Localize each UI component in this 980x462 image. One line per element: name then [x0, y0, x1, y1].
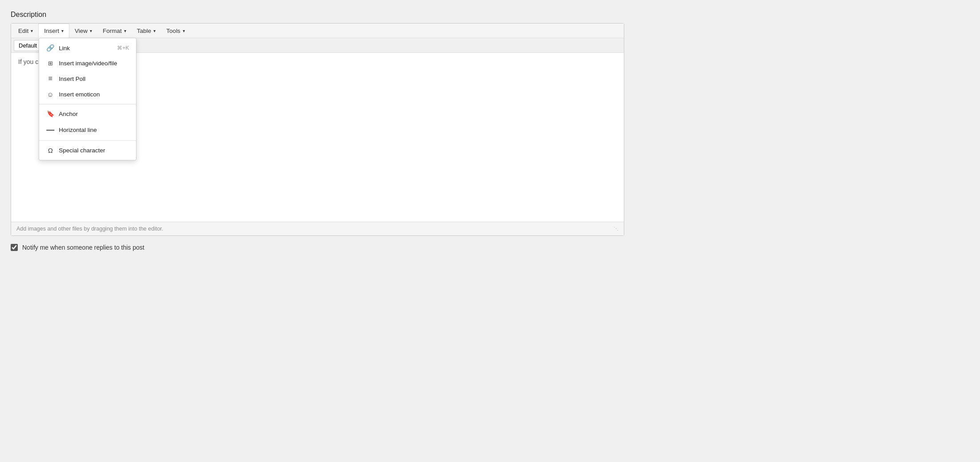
menu-edit[interactable]: Edit ▾ — [13, 24, 38, 38]
menu-anchor-label: Anchor — [59, 111, 78, 117]
menu-link-label: Link — [59, 45, 70, 52]
poll-icon: ≡ — [46, 75, 54, 83]
menu-format-label: Format — [103, 28, 122, 34]
insert-dropdown: 🔗 Link ⌘+K ⊞ Insert image/video/file ≡ I… — [39, 38, 137, 160]
menu-insert-emoticon[interactable]: ☺ Insert emoticon — [39, 87, 136, 102]
menu-table-label: Table — [137, 28, 151, 34]
menu-tools-label: Tools — [166, 28, 181, 34]
menu-insert-chevron: ▾ — [61, 28, 64, 33]
menu-insert[interactable]: Insert ▾ 🔗 Link ⌘+K ⊞ Insert image/video… — [38, 24, 69, 38]
menu-insert-poll[interactable]: ≡ Insert Poll — [39, 71, 136, 87]
menu-table-chevron: ▾ — [153, 28, 156, 33]
image-icon: ⊞ — [46, 60, 54, 67]
menu-tools[interactable]: Tools ▾ — [161, 24, 190, 38]
menu-insert-emoticon-label: Insert emoticon — [59, 91, 100, 98]
editor-footer-hint: Add images and other files by dragging t… — [16, 226, 163, 232]
menu-insert-image-label: Insert image/video/file — [59, 60, 117, 67]
menu-edit-label: Edit — [18, 28, 28, 34]
menu-view-chevron: ▾ — [90, 28, 92, 33]
menu-horizontal-line-label: Horizontal line — [59, 127, 97, 133]
page-title: Description — [11, 11, 969, 19]
editor-footer: Add images and other files by dragging t… — [11, 222, 624, 235]
menu-anchor[interactable]: 🔖 Anchor — [39, 106, 136, 121]
notify-row: Notify me when someone replies to this p… — [11, 244, 969, 251]
divider-2 — [39, 140, 136, 141]
menu-link[interactable]: 🔗 Link ⌘+K — [39, 40, 136, 56]
menu-format[interactable]: Format ▾ — [97, 24, 132, 38]
emoticon-icon: ☺ — [46, 91, 54, 98]
menu-special-character[interactable]: Ω Special character — [39, 143, 136, 158]
menu-tools-chevron: ▾ — [183, 28, 185, 33]
editor-wrapper: Edit ▾ Insert ▾ 🔗 Link ⌘+K ⊞ Insert imag… — [11, 23, 624, 236]
horizontal-line-icon: — — [46, 125, 54, 135]
special-char-icon: Ω — [46, 147, 54, 154]
divider-1 — [39, 104, 136, 104]
link-icon: 🔗 — [46, 44, 54, 52]
link-shortcut: ⌘+K — [117, 45, 129, 51]
menu-insert-poll-label: Insert Poll — [59, 76, 85, 82]
menu-horizontal-line[interactable]: — Horizontal line — [39, 121, 136, 139]
menu-table[interactable]: Table ▾ — [132, 24, 161, 38]
menu-view-label: View — [75, 28, 88, 34]
menu-format-chevron: ▾ — [124, 28, 126, 33]
menu-special-character-label: Special character — [59, 147, 105, 154]
anchor-icon: 🔖 — [46, 110, 54, 117]
notify-label: Notify me when someone replies to this p… — [22, 244, 145, 251]
menu-insert-image[interactable]: ⊞ Insert image/video/file — [39, 56, 136, 71]
menu-edit-chevron: ▾ — [31, 28, 33, 33]
resize-handle[interactable]: ⋱ — [614, 226, 619, 232]
menu-view[interactable]: View ▾ — [69, 24, 97, 38]
menubar: Edit ▾ Insert ▾ 🔗 Link ⌘+K ⊞ Insert imag… — [11, 24, 624, 38]
menu-insert-label: Insert — [44, 28, 59, 34]
notify-checkbox[interactable] — [11, 244, 18, 251]
